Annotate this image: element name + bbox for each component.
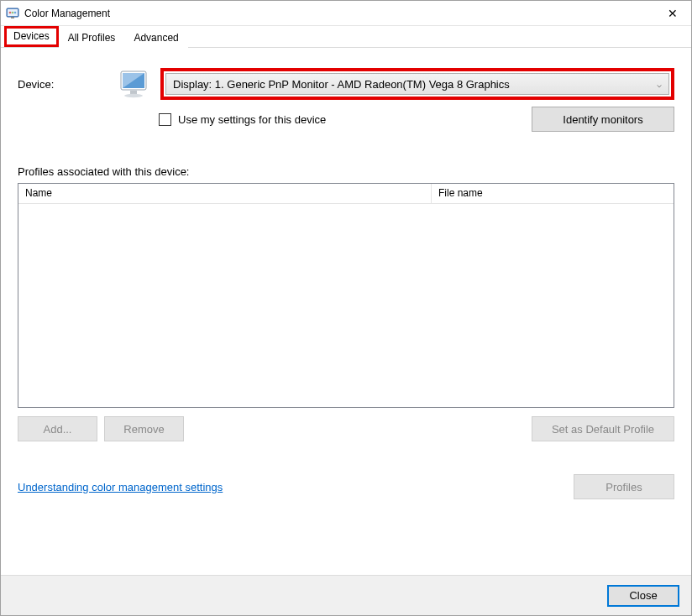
svg-point-2 <box>9 11 12 13</box>
close-icon: ✕ <box>668 7 678 20</box>
profiles-list[interactable]: Name File name <box>18 183 674 408</box>
remove-button[interactable]: Remove <box>104 416 184 441</box>
chevron-down-icon: ⌵ <box>657 80 662 89</box>
color-management-window: Color Management ✕ Devices All Profiles … <box>0 0 692 616</box>
profiles-list-header: Name File name <box>18 184 674 204</box>
dialog-footer: Close <box>1 575 691 615</box>
svg-point-9 <box>124 94 143 97</box>
use-settings-label: Use my settings for this device <box>178 113 326 126</box>
window-title: Color Management <box>24 8 110 19</box>
add-button[interactable]: Add... <box>18 416 97 441</box>
device-row: Device: Display: 1. Generic PnP Monitor … <box>18 68 674 100</box>
understanding-link[interactable]: Understanding color management settings <box>18 481 223 493</box>
device-label: Device: <box>18 78 110 91</box>
identify-monitors-button[interactable]: Identify monitors <box>532 107 674 132</box>
profiles-button[interactable]: Profiles <box>574 474 674 499</box>
bottom-row: Understanding color management settings … <box>18 474 674 508</box>
profile-buttons-row: Add... Remove Set as Default Profile <box>18 416 674 441</box>
tab-all-profiles[interactable]: All Profiles <box>59 28 125 48</box>
use-settings-checkbox[interactable] <box>159 113 171 126</box>
profiles-list-body <box>18 204 674 407</box>
column-header-filename[interactable]: File name <box>432 184 674 203</box>
monitor-icon <box>118 69 152 99</box>
svg-point-3 <box>12 11 14 13</box>
tab-strip: Devices All Profiles Advanced <box>1 26 691 48</box>
tab-content-devices: Device: Display: 1. Generic PnP Monitor … <box>1 48 691 575</box>
set-default-profile-button[interactable]: Set as Default Profile <box>532 416 674 441</box>
window-close-button[interactable]: ✕ <box>653 1 691 26</box>
svg-rect-8 <box>130 91 137 94</box>
device-dropdown-highlight: Display: 1. Generic PnP Monitor - AMD Ra… <box>160 68 674 100</box>
device-dropdown[interactable]: Display: 1. Generic PnP Monitor - AMD Ra… <box>165 73 669 95</box>
use-settings-row: Use my settings for this device Identify… <box>159 107 674 132</box>
profiles-list-label: Profiles associated with this device: <box>18 165 674 178</box>
tab-advanced[interactable]: Advanced <box>124 28 187 48</box>
close-button[interactable]: Close <box>607 585 679 607</box>
svg-point-4 <box>14 11 17 13</box>
device-dropdown-value: Display: 1. Generic PnP Monitor - AMD Ra… <box>173 78 510 91</box>
column-header-name[interactable]: Name <box>18 184 432 203</box>
titlebar: Color Management ✕ <box>1 1 691 26</box>
app-icon <box>6 7 19 20</box>
tab-devices[interactable]: Devices <box>4 26 59 47</box>
svg-rect-5 <box>11 17 14 18</box>
